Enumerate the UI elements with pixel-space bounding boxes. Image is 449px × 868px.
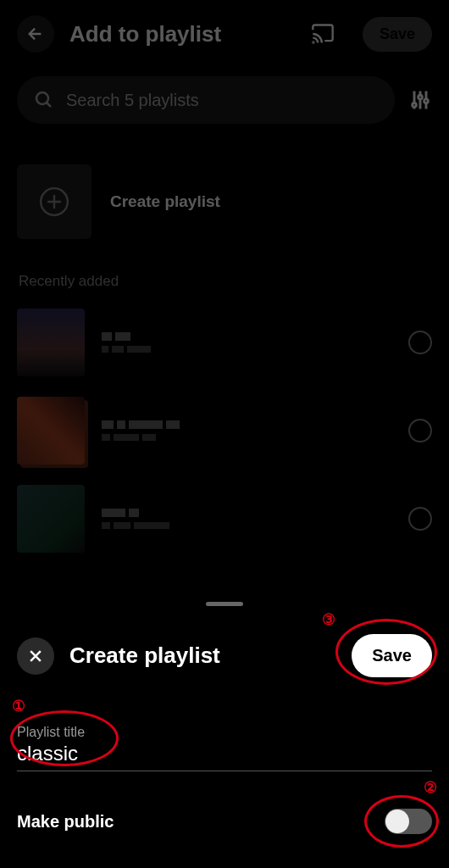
modal-header: Create playlist Save bbox=[17, 634, 432, 677]
create-playlist-label: Create playlist bbox=[110, 192, 220, 211]
svg-point-3 bbox=[424, 99, 429, 103]
svg-point-2 bbox=[419, 95, 423, 99]
svg-point-0 bbox=[36, 92, 48, 104]
list-item[interactable] bbox=[0, 387, 449, 475]
playlist-thumbnail bbox=[17, 397, 85, 465]
search-input[interactable]: Search 5 playlists bbox=[17, 76, 395, 124]
playlist-meta bbox=[102, 332, 391, 353]
modal-title: Create playlist bbox=[69, 643, 336, 669]
arrow-left-icon bbox=[26, 25, 45, 43]
back-button[interactable] bbox=[17, 15, 54, 53]
bg-header: Add to playlist Save bbox=[0, 0, 449, 68]
create-playlist-modal: Create playlist Save Playlist title Make… bbox=[0, 615, 449, 868]
list-item[interactable] bbox=[0, 475, 449, 563]
playlist-title-input[interactable] bbox=[17, 742, 432, 765]
select-radio[interactable] bbox=[408, 331, 432, 354]
field-label: Playlist title bbox=[17, 725, 432, 740]
plus-circle-icon bbox=[38, 186, 70, 218]
create-playlist-tile bbox=[17, 164, 91, 239]
create-playlist-row[interactable]: Create playlist bbox=[0, 124, 449, 248]
playlist-thumbnail bbox=[17, 485, 85, 553]
page-title: Add to playlist bbox=[69, 21, 293, 47]
search-placeholder: Search 5 playlists bbox=[66, 91, 199, 110]
close-button[interactable] bbox=[17, 637, 54, 675]
playlist-meta bbox=[102, 420, 391, 441]
playlist-thumbnail bbox=[17, 309, 85, 376]
list-item[interactable] bbox=[0, 298, 449, 387]
drag-handle[interactable] bbox=[206, 602, 243, 606]
cast-icon[interactable] bbox=[308, 22, 337, 46]
search-row: Search 5 playlists bbox=[0, 68, 449, 124]
playlist-meta bbox=[102, 509, 391, 529]
search-icon bbox=[34, 90, 54, 110]
make-public-label: Make public bbox=[17, 812, 114, 832]
make-public-toggle[interactable] bbox=[385, 809, 432, 834]
filter-icon[interactable] bbox=[408, 88, 432, 112]
close-icon bbox=[27, 648, 44, 665]
svg-point-1 bbox=[413, 103, 417, 108]
bg-save-button[interactable]: Save bbox=[363, 17, 432, 52]
select-radio[interactable] bbox=[408, 507, 432, 531]
make-public-row: Make public bbox=[17, 809, 432, 834]
save-button[interactable]: Save bbox=[352, 634, 432, 677]
playlist-title-field[interactable]: Playlist title bbox=[17, 725, 432, 771]
toggle-knob bbox=[385, 810, 409, 833]
section-title: Recently added bbox=[0, 248, 449, 298]
select-radio[interactable] bbox=[408, 419, 432, 442]
